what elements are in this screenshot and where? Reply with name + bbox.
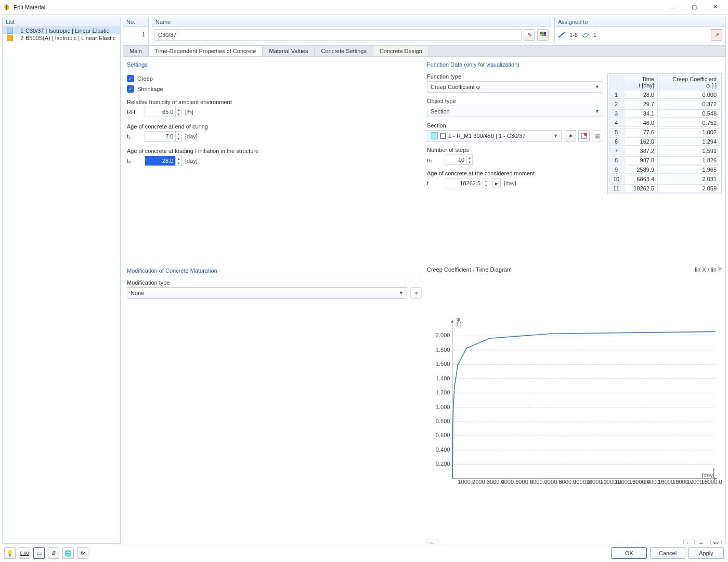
svg-rect-6: [542, 32, 544, 34]
list-item[interactable]: 2B500S(A) | Isotropic | Linear Elastic: [3, 34, 120, 42]
list-label: C30/37 | Isotropic | Linear Elastic: [25, 28, 109, 34]
diagram-pane: Creep Coefficient - Time Diagram lin X /…: [426, 265, 723, 557]
age-caption: Age of concrete at the considered moment: [427, 170, 603, 176]
col-phi: Creep Coefficientφ [-]: [659, 75, 720, 90]
tab[interactable]: Concrete Settings: [315, 46, 373, 56]
table-row[interactable]: 446.00.752: [609, 119, 720, 127]
edit-name-button[interactable]: ✎: [524, 29, 535, 41]
number-box: No. 1: [123, 17, 149, 43]
svg-text:1.200: 1.200: [436, 389, 450, 395]
svg-rect-1: [6, 5, 7, 10]
creep-chart: 0.2000.4000.6000.8001.0001.2001.4001.600…: [427, 273, 722, 537]
table-row[interactable]: 6162.01.294: [609, 137, 720, 146]
t0-input[interactable]: ▲▼: [145, 156, 182, 166]
section-caption: Section: [427, 122, 603, 129]
close-button[interactable]: ✕: [705, 2, 725, 13]
globe-button[interactable]: 🌐: [62, 547, 74, 559]
window-title: Edit Material: [14, 4, 45, 10]
svg-marker-12: [582, 33, 589, 37]
svg-text:0.400: 0.400: [436, 446, 450, 453]
ftype-caption: Function type: [427, 73, 603, 80]
function-type-select[interactable]: Creep Coefficient φ▼: [427, 81, 603, 93]
section-swatch: [431, 132, 438, 139]
list-index: 2: [15, 35, 23, 41]
modification-type-select[interactable]: None▼: [127, 287, 407, 299]
shrinkage-label: Shrinkage: [137, 86, 163, 92]
table-row[interactable]: 577.61.002: [609, 128, 720, 136]
svg-rect-8: [540, 34, 542, 36]
modification-pane: Modification of Concrete Maturation Modi…: [126, 265, 423, 557]
diagram-title: Creep Coefficient - Time Diagram: [427, 266, 512, 273]
material-list[interactable]: 1C30/37 | Isotropic | Linear Elastic2B50…: [3, 27, 120, 543]
minimize-button[interactable]: —: [664, 2, 683, 13]
svg-rect-9: [542, 34, 544, 36]
maximize-button[interactable]: ▢: [684, 2, 704, 13]
steps-input[interactable]: ▲▼: [445, 155, 473, 165]
ts-unit: [day]: [185, 133, 198, 139]
tab-strip: MainTime-Dependent Properties of Concret…: [123, 45, 726, 56]
table-row[interactable]: 229.70.372: [609, 100, 720, 108]
tab[interactable]: Material Values: [263, 46, 315, 56]
creep-checkbox[interactable]: ✓: [127, 75, 134, 82]
apply-button[interactable]: Apply: [688, 547, 724, 559]
svg-text:0.600: 0.600: [436, 432, 450, 438]
cancel-button[interactable]: Cancel: [650, 547, 685, 559]
assigned-label: Assigned to: [555, 17, 725, 27]
svg-text:[day]: [day]: [702, 472, 714, 478]
table-row[interactable]: 92589.91.965: [609, 165, 720, 174]
ok-button[interactable]: OK: [612, 547, 647, 559]
table-row[interactable]: 8987.81.826: [609, 156, 720, 164]
svg-rect-10: [544, 34, 546, 36]
pick-assigned-button[interactable]: ↗: [711, 29, 722, 41]
table-row[interactable]: 106863.42.031: [609, 175, 720, 183]
view-button[interactable]: ▭: [33, 547, 45, 559]
age-max-button[interactable]: ▸: [492, 178, 501, 188]
table-row[interactable]: 128.00.000: [609, 91, 720, 99]
tab[interactable]: Main: [123, 46, 149, 56]
section-library-button[interactable]: ▦: [592, 130, 603, 142]
assigned-box: Assigned to 1-6 1 ↗: [554, 17, 726, 43]
modification-edit-button[interactable]: ✶: [410, 287, 422, 299]
bar-icon: [558, 31, 565, 39]
color-chooser-button[interactable]: [537, 29, 549, 41]
object-type-select[interactable]: Section▼: [427, 106, 603, 117]
table-row[interactable]: 1118262.52.059: [609, 184, 720, 193]
assigned-bars: 1-6: [569, 32, 578, 38]
list-item[interactable]: 1C30/37 | Isotropic | Linear Elastic: [3, 27, 120, 34]
age-symbol: t: [427, 180, 441, 186]
tab[interactable]: Time-Dependent Properties of Concrete: [149, 46, 263, 56]
units-button[interactable]: 0.00: [19, 547, 30, 559]
rh-caption: Relative humidity of ambient environment: [127, 99, 422, 105]
rh-symbol: RH: [127, 109, 141, 115]
list-header: List: [3, 17, 120, 27]
section-edit-button[interactable]: [578, 130, 590, 142]
material-name-input[interactable]: [154, 29, 522, 41]
tree-button[interactable]: ⇵: [48, 547, 59, 559]
creep-table: Timet [day]Creep Coefficientφ [-]128.00.…: [607, 73, 722, 194]
app-icon: [3, 4, 10, 11]
slab-icon: [582, 31, 589, 39]
name-label: Name: [152, 17, 551, 27]
section-new-button[interactable]: ✶: [565, 130, 576, 142]
ts-input[interactable]: ▲▼: [145, 131, 182, 142]
table-row[interactable]: 7387.21.591: [609, 147, 720, 155]
svg-line-11: [558, 32, 565, 37]
resize-grip[interactable]: ⋰: [722, 555, 727, 561]
creep-label: Creep: [137, 75, 153, 82]
modification-header: Modification of Concrete Maturation: [127, 266, 422, 276]
svg-text:1.000: 1.000: [436, 404, 450, 410]
function-button[interactable]: fx: [77, 547, 88, 559]
table-row[interactable]: 334.10.548: [609, 109, 720, 118]
tab[interactable]: Concrete Design: [373, 46, 429, 56]
age-input[interactable]: ▲▼: [445, 178, 489, 188]
shrinkage-checkbox[interactable]: ✓: [127, 85, 134, 93]
svg-text:1.800: 1.800: [436, 347, 450, 353]
section-value: 1 - R_M1 300/450 | 1 - C30/37: [448, 133, 525, 139]
otype-value: Section: [431, 108, 450, 114]
settings-pane: Settings ✓ Creep ✓ Shrinkage Relative hu…: [126, 59, 423, 262]
svg-point-14: [584, 133, 587, 136]
help-button[interactable]: 💡: [4, 547, 16, 559]
rh-input[interactable]: ▲▼: [145, 107, 182, 117]
section-select[interactable]: 1 - R_M1 300/450 | 1 - C30/37 ▼: [427, 130, 562, 142]
function-header: Function Data (only for visualization): [427, 60, 722, 70]
